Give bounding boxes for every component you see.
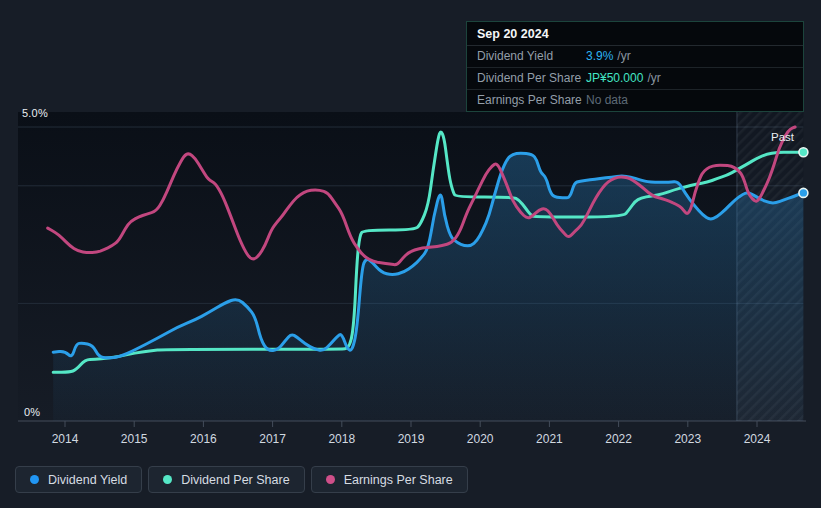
tooltip-value-suffix: /yr	[617, 49, 630, 64]
legend: Dividend Yield Dividend Per Share Earnin…	[15, 466, 468, 493]
earnings-per-share-dot-icon	[326, 475, 335, 484]
y-axis-label-bottom: 0%	[24, 406, 40, 418]
past-label: Past	[771, 131, 794, 143]
dividend-history-chart: 5.0% 0% Past 201420152016201720182019202…	[0, 0, 821, 508]
tooltip-label: Dividend Per Share	[477, 71, 586, 86]
tooltip-label: Earnings Per Share	[477, 93, 586, 108]
tooltip-row-dividend-yield: Dividend Yield 3.9% /yr	[467, 46, 803, 68]
dividend-per-share-dot-icon	[163, 475, 172, 484]
tooltip-label: Dividend Yield	[477, 49, 586, 64]
tooltip-card: Sep 20 2024 Dividend Yield 3.9% /yr Divi…	[466, 21, 804, 112]
tooltip-date: Sep 20 2024	[467, 22, 803, 46]
legend-item-dividend-per-share[interactable]: Dividend Per Share	[148, 466, 304, 493]
dividend-yield-endpoint-marker	[799, 188, 808, 197]
tooltip-value: 3.9%	[586, 49, 613, 64]
dividend-yield-dot-icon	[30, 475, 39, 484]
y-axis-label-top: 5.0%	[22, 107, 48, 119]
legend-label: Dividend Yield	[48, 473, 127, 487]
tooltip-value: No data	[586, 93, 628, 108]
tooltip-value-suffix: /yr	[647, 71, 660, 86]
tooltip-row-dividend-per-share: Dividend Per Share JP¥50.000 /yr	[467, 68, 803, 90]
legend-label: Dividend Per Share	[181, 473, 289, 487]
dividend-per-share-endpoint-marker	[799, 148, 808, 157]
legend-item-earnings-per-share[interactable]: Earnings Per Share	[311, 466, 468, 493]
legend-item-dividend-yield[interactable]: Dividend Yield	[15, 466, 142, 493]
legend-label: Earnings Per Share	[344, 473, 453, 487]
tooltip-row-earnings-per-share: Earnings Per Share No data	[467, 90, 803, 111]
tooltip-value: JP¥50.000	[586, 71, 643, 86]
